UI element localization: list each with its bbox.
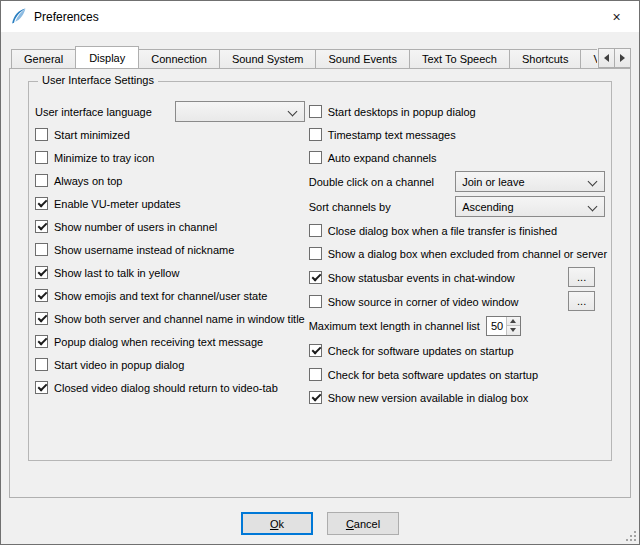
checkbox-row: Start desktops in popup dialog [309,99,607,123]
tab-shortcuts[interactable]: Shortcuts [509,49,581,68]
spinner-value: 50 [487,317,506,335]
tab-scroll-control [597,48,631,68]
checkbox-label: Show source in corner of video window [328,295,519,308]
checkbox-label: Closed video dialog should return to vid… [54,381,278,394]
tab-display[interactable]: Display [75,46,139,68]
double-click-label: Double click on a channel [309,175,434,188]
checkbox[interactable] [309,105,322,118]
checkbox[interactable] [35,174,48,187]
checkbox-row: Timestamp text messages [309,123,607,146]
checkbox[interactable] [309,224,322,237]
checkbox[interactable] [309,391,322,404]
checkbox-label: Close dialog box when a file transfer is… [328,224,557,237]
checkbox-row: Show a dialog box when excluded from cha… [309,242,607,265]
language-combobox[interactable] [175,101,305,122]
checkbox-label: Enable VU-meter updates [54,197,181,210]
video-source-options-button[interactable]: ... [568,291,595,311]
tab-label: Text To Speech [422,53,497,65]
close-icon[interactable]: × [594,1,639,32]
sort-channels-combobox[interactable]: Ascending [455,196,605,217]
tab-label: Sound System [232,53,304,65]
tab-scroll-right-icon[interactable] [614,48,631,68]
checkbox-label: Auto expand channels [328,151,437,164]
checkbox-label: Show new version available in dialog box [328,391,529,404]
checkbox-label: Show a dialog box when excluded from cha… [328,247,607,260]
statusbar-events-options-button[interactable]: ... [568,267,595,287]
checkbox-row: Close dialog box when a file transfer is… [309,219,607,242]
checkbox-label: Show emojis and text for channel/user st… [54,289,267,302]
spinner-up-icon[interactable] [507,317,520,327]
checkbox[interactable] [35,289,48,302]
sort-channels-row: Sort channels by Ascending [309,194,607,219]
checkbox-row: Minimize to tray icon [35,146,305,169]
tab-sound-system[interactable]: Sound System [219,49,317,68]
checkbox-label: Show last to talk in yellow [54,266,179,279]
checkbox[interactable] [309,128,322,141]
tab-bar: General Display Connection Sound System … [9,46,631,68]
checkbox[interactable] [309,344,322,357]
checkbox-label: Always on top [54,174,122,187]
checkbox[interactable] [35,220,48,233]
checkbox-label: Start video in popup dialog [54,358,184,371]
checkbox[interactable] [35,312,48,325]
language-label: User interface language [35,105,152,118]
checkbox[interactable] [309,271,322,284]
checkbox[interactable] [35,197,48,210]
checkbox-label: Check for beta software updates on start… [328,368,538,381]
checkbox[interactable] [309,151,322,164]
tab-general[interactable]: General [11,49,76,68]
spinner-down-icon[interactable] [507,326,520,335]
checkbox[interactable] [309,368,322,381]
tab-scroll-left-icon[interactable] [598,48,615,68]
tab-label: Connection [151,53,207,65]
checkbox-row: Show both server and channel name in win… [35,307,305,330]
user-interface-settings-group: User Interface Settings User interface l… [28,81,612,461]
checkbox-row: Auto expand channels [309,146,607,169]
checkbox-row: Show number of users in channel [35,215,305,238]
checkbox[interactable] [309,295,322,308]
combobox-value: Join or leave [462,176,524,188]
settings-columns: User interface language Start minimized … [29,82,611,409]
checkbox[interactable] [35,243,48,256]
max-text-length-spinner[interactable]: 50 [486,316,521,336]
checkbox[interactable] [35,266,48,279]
checkbox[interactable] [35,151,48,164]
checkbox-label: Start minimized [54,128,130,141]
max-text-length-label: Maximum text length in channel list [309,319,480,332]
checkbox-label: Timestamp text messages [328,128,456,141]
preferences-window: Preferences × General Display Connection… [0,0,640,545]
ok-button[interactable]: Ok [241,512,313,535]
tab-sound-events[interactable]: Sound Events [315,49,410,68]
group-title: User Interface Settings [38,74,158,86]
titlebar[interactable]: Preferences × [1,1,639,32]
checkbox[interactable] [35,381,48,394]
tab-connection[interactable]: Connection [138,49,220,68]
checkbox-row: Check for software updates on startup [309,338,607,363]
checkbox[interactable] [35,128,48,141]
double-click-combobox[interactable]: Join or leave [455,171,605,192]
tab-label: General [24,53,63,65]
language-row: User interface language [35,99,305,123]
cancel-button[interactable]: Cancel [327,512,399,535]
checkbox-row: Start video in popup dialog [35,353,305,376]
checkbox-row: Show last to talk in yellow [35,261,305,284]
resize-grip[interactable] [625,530,637,542]
right-column: Start desktops in popup dialog Timestamp… [305,99,607,409]
statusbar-events-row: Show statusbar events in chat-window ... [309,265,607,289]
checkbox[interactable] [35,358,48,371]
checkbox-row: Popup dialog when receiving text message [35,330,305,353]
display-tab-page: User Interface Settings User interface l… [9,68,631,498]
spinner-buttons [506,317,520,335]
checkbox-label: Show both server and channel name in win… [54,312,305,325]
checkbox[interactable] [35,335,48,348]
checkbox-row: Show username instead of nickname [35,238,305,261]
checkbox[interactable] [309,247,322,260]
video-source-row: Show source in corner of video window ..… [309,289,607,313]
checkbox-label: Show username instead of nickname [54,243,234,256]
checkbox-label: Check for software updates on startup [328,344,514,357]
double-click-row: Double click on a channel Join or leave [309,169,607,194]
sort-channels-label: Sort channels by [309,200,391,213]
tab-text-to-speech[interactable]: Text To Speech [409,49,510,68]
tab-label: Sound Events [328,53,397,65]
left-column: User interface language Start minimized … [35,99,305,409]
